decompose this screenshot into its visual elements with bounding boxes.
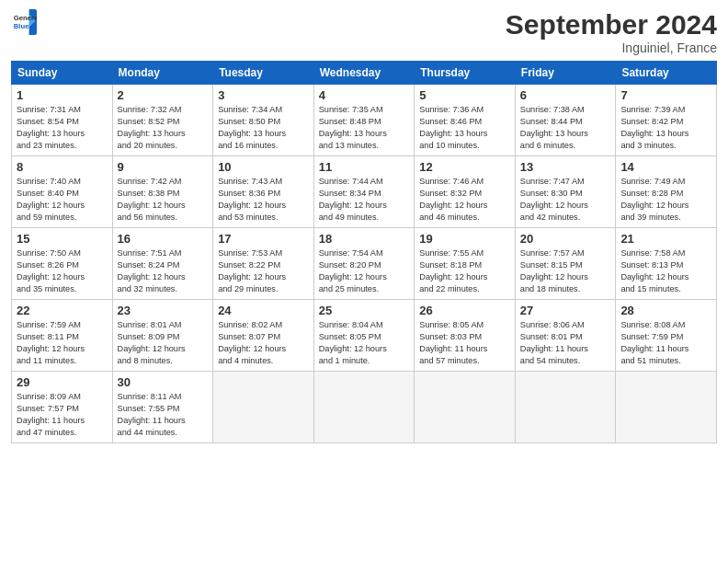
svg-text:Blue: Blue (14, 22, 29, 30)
day-info: Sunrise: 7:54 AMSunset: 8:20 PMDaylight:… (319, 247, 410, 295)
table-row (415, 372, 516, 443)
table-row: 11Sunrise: 7:44 AMSunset: 8:34 PMDayligh… (313, 156, 415, 228)
day-info: Sunrise: 8:05 AMSunset: 8:03 PMDaylight:… (419, 319, 510, 367)
col-friday: Friday (515, 62, 616, 85)
logo: General Blue (11, 9, 37, 35)
table-row: 16Sunrise: 7:51 AMSunset: 8:24 PMDayligh… (112, 228, 213, 300)
table-row: 24Sunrise: 8:02 AMSunset: 8:07 PMDayligh… (213, 300, 314, 372)
header: General Blue September 2024 Inguiniel, F… (11, 9, 717, 55)
page: General Blue September 2024 Inguiniel, F… (0, 0, 728, 563)
table-row: 22Sunrise: 7:59 AMSunset: 8:11 PMDayligh… (12, 300, 113, 372)
day-info: Sunrise: 8:08 AMSunset: 7:59 PMDaylight:… (620, 319, 711, 367)
day-info: Sunrise: 7:43 AMSunset: 8:36 PMDaylight:… (218, 176, 309, 224)
day-info: Sunrise: 7:31 AMSunset: 8:54 PMDaylight:… (17, 104, 108, 152)
day-number: 14 (620, 160, 711, 174)
table-row: 12Sunrise: 7:46 AMSunset: 8:32 PMDayligh… (415, 156, 516, 228)
day-number: 3 (218, 88, 309, 102)
table-row: 20Sunrise: 7:57 AMSunset: 8:15 PMDayligh… (515, 228, 616, 300)
day-number: 23 (118, 304, 209, 317)
day-info: Sunrise: 7:49 AMSunset: 8:28 PMDaylight:… (620, 176, 711, 224)
calendar-table: Sunday Monday Tuesday Wednesday Thursday… (11, 61, 717, 443)
day-number: 18 (319, 232, 410, 246)
table-row: 1Sunrise: 7:31 AMSunset: 8:54 PMDaylight… (12, 85, 113, 156)
day-number: 21 (620, 232, 711, 246)
day-number: 29 (17, 375, 108, 389)
table-row: 14Sunrise: 7:49 AMSunset: 8:28 PMDayligh… (616, 156, 717, 228)
table-row: 27Sunrise: 8:06 AMSunset: 8:01 PMDayligh… (515, 300, 616, 372)
day-number: 12 (419, 160, 510, 174)
day-info: Sunrise: 7:36 AMSunset: 8:46 PMDaylight:… (419, 104, 510, 152)
col-sunday: Sunday (12, 62, 113, 85)
day-info: Sunrise: 7:50 AMSunset: 8:26 PMDaylight:… (17, 247, 108, 295)
day-number: 8 (17, 160, 108, 174)
table-row (515, 372, 616, 443)
calendar-row: 29Sunrise: 8:09 AMSunset: 7:57 PMDayligh… (12, 372, 717, 443)
day-info: Sunrise: 8:11 AMSunset: 7:55 PMDaylight:… (118, 391, 209, 439)
day-number: 15 (17, 232, 108, 246)
calendar-header-row: Sunday Monday Tuesday Wednesday Thursday… (12, 62, 717, 85)
day-info: Sunrise: 7:58 AMSunset: 8:13 PMDaylight:… (620, 247, 711, 295)
day-number: 17 (218, 232, 309, 246)
day-info: Sunrise: 7:53 AMSunset: 8:22 PMDaylight:… (218, 247, 309, 295)
table-row (616, 372, 717, 443)
day-number: 2 (118, 88, 209, 102)
day-number: 28 (620, 304, 711, 317)
table-row: 30Sunrise: 8:11 AMSunset: 7:55 PMDayligh… (112, 372, 213, 443)
table-row: 17Sunrise: 7:53 AMSunset: 8:22 PMDayligh… (213, 228, 314, 300)
day-info: Sunrise: 8:06 AMSunset: 8:01 PMDaylight:… (520, 319, 611, 367)
day-number: 13 (520, 160, 611, 174)
location: Inguiniel, France (506, 40, 717, 55)
day-info: Sunrise: 7:55 AMSunset: 8:18 PMDaylight:… (419, 247, 510, 295)
day-info: Sunrise: 7:39 AMSunset: 8:42 PMDaylight:… (620, 104, 711, 152)
day-info: Sunrise: 7:57 AMSunset: 8:15 PMDaylight:… (520, 247, 611, 295)
calendar-row: 1Sunrise: 7:31 AMSunset: 8:54 PMDaylight… (12, 85, 717, 156)
table-row: 5Sunrise: 7:36 AMSunset: 8:46 PMDaylight… (415, 85, 516, 156)
day-info: Sunrise: 7:38 AMSunset: 8:44 PMDaylight:… (520, 104, 611, 152)
day-number: 16 (118, 232, 209, 246)
day-number: 5 (419, 88, 510, 102)
table-row: 25Sunrise: 8:04 AMSunset: 8:05 PMDayligh… (313, 300, 415, 372)
day-number: 22 (17, 304, 108, 317)
day-info: Sunrise: 8:01 AMSunset: 8:09 PMDaylight:… (118, 319, 209, 367)
day-number: 20 (520, 232, 611, 246)
table-row: 13Sunrise: 7:47 AMSunset: 8:30 PMDayligh… (515, 156, 616, 228)
day-number: 19 (419, 232, 510, 246)
day-number: 9 (118, 160, 209, 174)
day-info: Sunrise: 7:42 AMSunset: 8:38 PMDaylight:… (118, 176, 209, 224)
calendar-row: 22Sunrise: 7:59 AMSunset: 8:11 PMDayligh… (12, 300, 717, 372)
table-row: 7Sunrise: 7:39 AMSunset: 8:42 PMDaylight… (616, 85, 717, 156)
table-row: 4Sunrise: 7:35 AMSunset: 8:48 PMDaylight… (313, 85, 415, 156)
day-number: 24 (218, 304, 309, 317)
table-row: 23Sunrise: 8:01 AMSunset: 8:09 PMDayligh… (112, 300, 213, 372)
table-row: 29Sunrise: 8:09 AMSunset: 7:57 PMDayligh… (12, 372, 113, 443)
table-row: 26Sunrise: 8:05 AMSunset: 8:03 PMDayligh… (415, 300, 516, 372)
col-monday: Monday (112, 62, 213, 85)
day-info: Sunrise: 7:51 AMSunset: 8:24 PMDaylight:… (118, 247, 209, 295)
day-info: Sunrise: 8:09 AMSunset: 7:57 PMDaylight:… (17, 391, 108, 439)
day-info: Sunrise: 7:35 AMSunset: 8:48 PMDaylight:… (319, 104, 410, 152)
day-number: 7 (620, 88, 711, 102)
day-number: 26 (419, 304, 510, 317)
table-row: 2Sunrise: 7:32 AMSunset: 8:52 PMDaylight… (112, 85, 213, 156)
day-info: Sunrise: 8:04 AMSunset: 8:05 PMDaylight:… (319, 319, 410, 367)
col-thursday: Thursday (415, 62, 516, 85)
day-number: 4 (319, 88, 410, 102)
day-info: Sunrise: 7:47 AMSunset: 8:30 PMDaylight:… (520, 176, 611, 224)
day-info: Sunrise: 7:59 AMSunset: 8:11 PMDaylight:… (17, 319, 108, 367)
day-info: Sunrise: 7:34 AMSunset: 8:50 PMDaylight:… (218, 104, 309, 152)
svg-text:General: General (14, 14, 37, 22)
table-row: 6Sunrise: 7:38 AMSunset: 8:44 PMDaylight… (515, 85, 616, 156)
day-number: 11 (319, 160, 410, 174)
col-wednesday: Wednesday (313, 62, 415, 85)
table-row: 3Sunrise: 7:34 AMSunset: 8:50 PMDaylight… (213, 85, 314, 156)
table-row: 10Sunrise: 7:43 AMSunset: 8:36 PMDayligh… (213, 156, 314, 228)
table-row: 28Sunrise: 8:08 AMSunset: 7:59 PMDayligh… (616, 300, 717, 372)
logo-icon: General Blue (11, 9, 37, 35)
day-number: 30 (118, 375, 209, 389)
calendar-row: 15Sunrise: 7:50 AMSunset: 8:26 PMDayligh… (12, 228, 717, 300)
day-number: 10 (218, 160, 309, 174)
table-row: 8Sunrise: 7:40 AMSunset: 8:40 PMDaylight… (12, 156, 113, 228)
table-row: 21Sunrise: 7:58 AMSunset: 8:13 PMDayligh… (616, 228, 717, 300)
day-number: 6 (520, 88, 611, 102)
day-info: Sunrise: 7:44 AMSunset: 8:34 PMDaylight:… (319, 176, 410, 224)
